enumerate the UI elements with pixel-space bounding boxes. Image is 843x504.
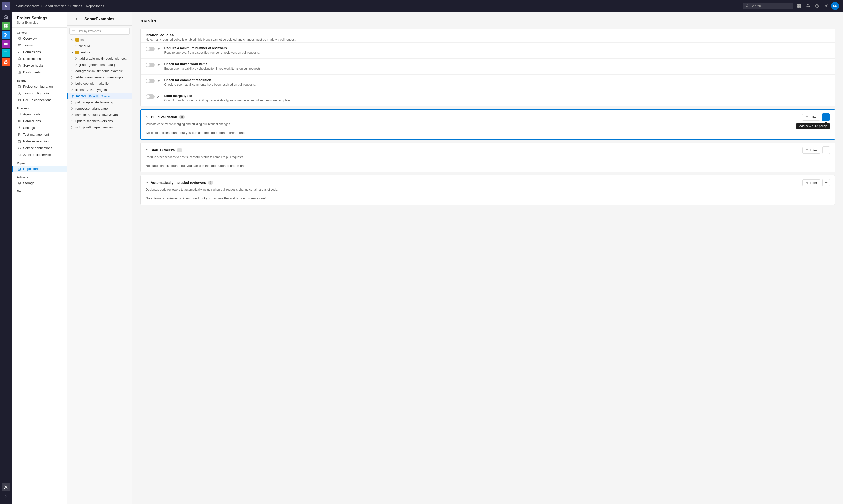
branch-master[interactable]: master Default Compare (67, 93, 132, 99)
sidebar-item-notifications[interactable]: Notifications (12, 55, 67, 62)
sidebar-item-pipeline-settings[interactable]: Settings (12, 124, 67, 131)
toggle-reviewers[interactable] (146, 47, 155, 51)
breadcrumb-repos[interactable]: Repositories (86, 4, 104, 8)
rail-icon-repos[interactable] (2, 31, 10, 39)
sidebar-item-release-retention[interactable]: Release retention (12, 138, 67, 145)
svg-rect-17 (4, 62, 7, 64)
sidebar-section-test: Test (12, 186, 67, 194)
sidebar-item-parallel-jobs[interactable]: Parallel jobs (12, 118, 67, 124)
svg-rect-9 (6, 24, 8, 26)
help-icon (815, 4, 819, 8)
branch-policies-header: Branch Policies Note: If any required po… (141, 29, 835, 42)
bell-icon-btn[interactable] (804, 2, 812, 10)
add-build-policy-button[interactable] (822, 113, 829, 121)
rail-icon-artifacts[interactable] (2, 58, 10, 66)
filter-icon (72, 30, 75, 33)
rail-icon-boards[interactable] (2, 22, 10, 30)
svg-rect-19 (18, 37, 19, 38)
sidebar-item-overview[interactable]: Overview (12, 35, 67, 42)
svg-point-71 (72, 115, 72, 116)
sidebar-item-team-config[interactable]: Team configuration (12, 90, 67, 96)
filter-box[interactable]: Filter by keywords (69, 28, 130, 35)
policy-desc-merge: Control branch history by limiting the a… (164, 98, 830, 103)
branch-build-cpp[interactable]: build-cpp-with-makefile (67, 80, 132, 87)
filter-icon-sc (806, 148, 809, 151)
svg-point-62 (72, 96, 73, 97)
toggle-comments[interactable] (146, 79, 155, 83)
branch-samples[interactable]: samplesShouldBuildOnJava8 (67, 112, 132, 118)
branch-patch-deprecated[interactable]: patch-deprecated-warning (67, 99, 132, 105)
branch-removesonar[interactable]: removesonarlanguage (67, 105, 132, 112)
svg-point-40 (76, 45, 76, 46)
org-avatar[interactable]: S (2, 2, 10, 10)
sidebar-item-xaml[interactable]: XAML build services (12, 151, 67, 158)
sidebar-item-service-hooks[interactable]: Service hooks (12, 62, 67, 69)
breadcrumb-org[interactable]: claudiasonarova (16, 4, 40, 8)
plus-icon-ar (824, 181, 828, 184)
folder-cs[interactable]: cs (67, 37, 132, 43)
auto-reviewers-filter-btn[interactable]: Filter (802, 179, 820, 186)
compare-link[interactable]: Compare (101, 95, 112, 97)
settings-icon-btn[interactable] (822, 2, 830, 10)
branch-update-scanners[interactable]: update-scanners-versions (67, 118, 132, 124)
policy-desc-reviewers: Require approval from a specified number… (164, 51, 830, 55)
teams-icon (18, 44, 21, 47)
sidebar-item-project-config[interactable]: Project configuration (12, 83, 67, 90)
build-validation-filter-btn[interactable]: Filter (802, 114, 820, 121)
sidebar-item-agent-pools[interactable]: Agent pools (12, 111, 67, 118)
auto-reviewers-chevron[interactable] (146, 181, 148, 185)
sidebar-item-dashboards[interactable]: Dashboards (12, 69, 67, 76)
sidebar-item-github[interactable]: GitHub connections (12, 96, 67, 103)
help-icon-btn[interactable] (813, 2, 821, 10)
rail-icon-settings[interactable] (2, 483, 10, 491)
svg-point-47 (76, 66, 76, 66)
svg-rect-4 (799, 6, 801, 8)
search-box[interactable]: Search (743, 3, 793, 10)
svg-rect-30 (18, 85, 21, 88)
sidebar-item-service-connections[interactable]: Service connections (12, 145, 67, 151)
policy-text-workitems: Check for linked work items Encourage tr… (164, 62, 830, 71)
overview-icon (18, 37, 21, 40)
sidebar-item-permissions[interactable]: Permissions (12, 49, 67, 55)
branch-add-gradle-example[interactable]: add-gradle-multimodule-example (67, 68, 132, 74)
user-avatar[interactable]: CS (831, 2, 839, 10)
status-checks-chevron[interactable] (146, 148, 148, 152)
artifacts-icon (4, 60, 8, 64)
branch-add-gradle-multimodule[interactable]: add-gradle-multimodule-with-co... (67, 55, 132, 62)
menu-icon-btn[interactable] (795, 2, 803, 10)
rail-icon-expand[interactable] (2, 492, 10, 500)
build-validation-chevron[interactable] (146, 115, 149, 119)
repo-add-button[interactable] (122, 16, 128, 22)
svg-point-23 (18, 44, 19, 45)
rail-icon-testplans[interactable] (2, 49, 10, 57)
rail-icon-home[interactable] (2, 13, 10, 21)
build-validation-title: Build Validation (151, 115, 177, 119)
branch-jt-add-generic[interactable]: jt-add-generic-test-data-js (67, 62, 132, 68)
add-status-check-button[interactable] (822, 146, 830, 154)
sidebar-item-repositories[interactable]: Repositories (12, 165, 67, 172)
branch-add-sonar-scanner[interactable]: add-sonar-scanner-npm-example (67, 74, 132, 80)
sidebar-item-storage[interactable]: Storage (12, 180, 67, 186)
branch-with-java8[interactable]: with_java8_dependencies (67, 124, 132, 130)
sidebar-item-test-mgmt[interactable]: Test management (12, 131, 67, 138)
breadcrumb-settings[interactable]: Settings (70, 4, 82, 8)
branch-fixpom[interactable]: fixPOM (67, 43, 132, 49)
top-nav: claudiasonarova / SonarExamples / Settin… (12, 0, 843, 12)
toggle-merge-label: Off (157, 95, 160, 98)
sidebar-item-teams[interactable]: Teams (12, 42, 67, 49)
branch-icon-13 (71, 126, 74, 129)
icon-rail: S (0, 0, 12, 504)
project-config-icon (18, 85, 21, 88)
breadcrumb-project[interactable]: SonarExamples (43, 4, 67, 8)
branch-license[interactable]: licenseAndCopyrights (67, 87, 132, 93)
svg-rect-16 (4, 44, 8, 45)
status-checks-filter-btn[interactable]: Filter (802, 147, 820, 154)
add-auto-reviewer-button[interactable] (822, 179, 830, 186)
toggle-workitems[interactable] (146, 62, 155, 67)
chevron-right-icon (4, 494, 8, 498)
folder-feature[interactable]: feature (67, 49, 132, 55)
back-button[interactable] (71, 16, 83, 23)
toggle-merge[interactable] (146, 94, 155, 99)
policy-text-comments: Check for comment resolution Check to se… (164, 78, 830, 87)
rail-icon-pipelines[interactable] (2, 40, 10, 48)
